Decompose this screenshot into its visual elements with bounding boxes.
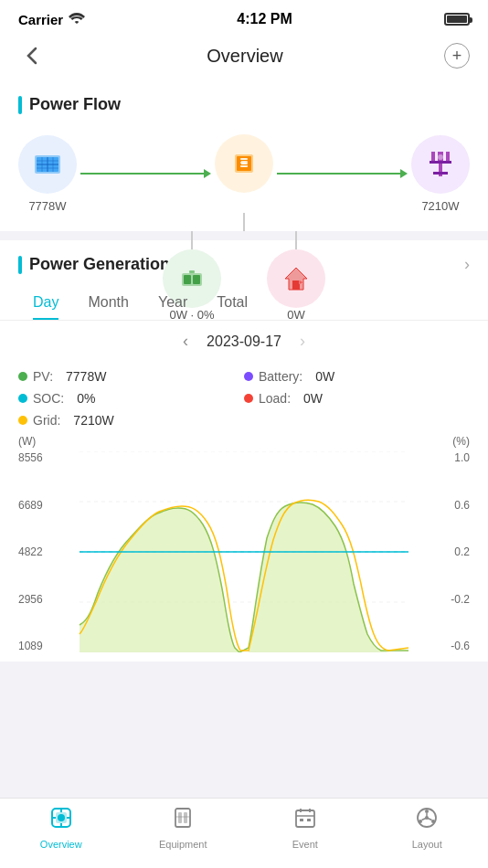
svg-rect-19 — [433, 172, 448, 175]
power-flow-title: Power Flow — [18, 95, 121, 114]
svg-rect-16 — [446, 152, 450, 161]
tab-month[interactable]: Month — [73, 285, 143, 320]
svg-point-52 — [425, 810, 429, 813]
chart-container: (W) (%) 8556 6689 4822 2956 1089 — [0, 435, 488, 662]
load-stat: Load: 0W — [244, 391, 470, 406]
back-button[interactable] — [18, 42, 46, 69]
chart-y-axis-label: (W) — [18, 435, 36, 448]
svg-rect-24 — [189, 270, 195, 273]
tab-day[interactable]: Day — [18, 285, 73, 320]
y-label-left-0: 8556 — [18, 451, 57, 464]
svg-rect-38 — [60, 823, 62, 827]
date-navigation: ‹ 2023-09-17 › — [0, 321, 488, 362]
title-bar-decoration-2 — [18, 256, 22, 274]
pv-stat: PV: 7778W — [18, 369, 244, 384]
tab-total[interactable]: Total — [202, 285, 262, 320]
pv-value: 7778W — [66, 369, 113, 384]
date-next-button[interactable]: › — [300, 332, 305, 351]
svg-rect-50 — [307, 819, 311, 821]
y-label-left-4: 1089 — [18, 640, 57, 652]
battery-value: 0W — [315, 369, 342, 384]
pv-label: PV: — [33, 369, 53, 384]
flow-main-row: 7778W ≡ — [18, 134, 470, 213]
soc-dot — [18, 394, 27, 403]
tab-year[interactable]: Year — [143, 285, 202, 320]
nav-overview[interactable]: Overview — [0, 806, 122, 850]
grid-stat: Grid: 7210W — [18, 413, 244, 428]
grid-label: Grid: — [33, 413, 60, 428]
y-label-left-2: 4822 — [18, 545, 57, 558]
grid-dot — [18, 416, 27, 425]
battery-icon — [444, 13, 470, 26]
svg-rect-23 — [193, 275, 200, 284]
status-bar: Carrier 4:12 PM — [0, 0, 488, 35]
y-label-left-1: 6689 — [18, 499, 57, 512]
svg-rect-45 — [296, 810, 314, 827]
power-flow-header: Power Flow — [0, 80, 488, 125]
wifi-icon — [69, 12, 85, 27]
inverter-node: ≡ — [215, 134, 273, 213]
flow-arrow-inverter-grid — [273, 169, 411, 178]
home-value-label: 0W — [287, 308, 305, 322]
svg-rect-22 — [184, 275, 191, 284]
grid-node: 7210W — [411, 135, 470, 213]
nav-equipment-label: Equipment — [159, 839, 207, 850]
layout-icon — [415, 806, 439, 835]
nav-overview-label: Overview — [40, 839, 82, 850]
y-label-left-3: 2956 — [18, 593, 57, 606]
battery-dot — [244, 372, 253, 381]
y-label-right-4: -0.6 — [431, 640, 470, 652]
chart-y-labels-right: 1.0 0.6 0.2 -0.2 -0.6 — [431, 451, 470, 652]
status-left: Carrier — [18, 12, 85, 27]
soc-stat: SOC: 0% — [18, 391, 244, 406]
power-flow-diagram: 7778W ≡ — [0, 125, 488, 231]
date-prev-button[interactable]: ‹ — [183, 332, 188, 351]
add-button[interactable]: + — [444, 43, 470, 69]
svg-rect-49 — [300, 819, 303, 821]
svg-rect-11 — [240, 158, 248, 160]
period-tabs: Day Month Year Total — [0, 285, 488, 321]
date-display: 2023-09-17 — [207, 333, 281, 350]
svg-rect-44 — [175, 816, 190, 818]
title-bar-decoration — [18, 96, 22, 114]
y-label-right-2: 0.2 — [431, 545, 470, 558]
flow-arrow-solar-inverter — [77, 169, 215, 178]
bottom-nav: Overview Equipment Event — [0, 798, 488, 868]
battery-stat: Battery: 0W — [244, 369, 470, 384]
solar-icon — [18, 135, 77, 194]
nav-equipment[interactable]: Equipment — [122, 806, 245, 850]
nav-event-label: Event — [292, 839, 318, 850]
load-value: 0W — [303, 391, 330, 406]
stats-grid: PV: 7778W Battery: 0W SOC: 0% Load: 0W G… — [0, 362, 488, 435]
load-label: Load: — [259, 391, 291, 406]
solar-value-label: 7778W — [28, 199, 66, 213]
power-generation-section: Power Generation › Day Month Year Total … — [0, 240, 488, 662]
svg-point-54 — [419, 820, 422, 823]
overview-icon — [49, 806, 73, 835]
equipment-icon — [171, 806, 195, 835]
power-generation-title: Power Generation — [18, 255, 170, 274]
nav-layout-label: Layout — [412, 839, 442, 850]
inverter-icon: ≡ — [215, 134, 273, 193]
top-nav: Overview + — [0, 35, 488, 80]
svg-rect-15 — [431, 152, 435, 161]
y-label-right-1: 0.6 — [431, 499, 470, 512]
load-dot — [244, 394, 253, 403]
svg-point-58 — [425, 816, 429, 820]
svg-rect-13 — [240, 165, 248, 167]
svg-rect-27 — [292, 281, 300, 290]
grid-value-label: 7210W — [421, 199, 459, 213]
grid-icon — [411, 135, 470, 194]
chart-y-labels-left: 8556 6689 4822 2956 1089 — [18, 451, 57, 652]
soc-value: 0% — [77, 391, 102, 406]
nav-layout[interactable]: Layout — [366, 806, 489, 850]
solar-node: 7778W — [18, 135, 77, 213]
battery-label: Battery: — [259, 369, 302, 384]
svg-rect-37 — [60, 809, 62, 812]
power-gen-chevron[interactable]: › — [464, 255, 470, 274]
svg-rect-12 — [240, 162, 248, 164]
nav-event[interactable]: Event — [244, 806, 366, 850]
status-time: 4:12 PM — [237, 11, 292, 27]
soc-label: SOC: — [33, 391, 64, 406]
svg-point-53 — [431, 820, 435, 823]
